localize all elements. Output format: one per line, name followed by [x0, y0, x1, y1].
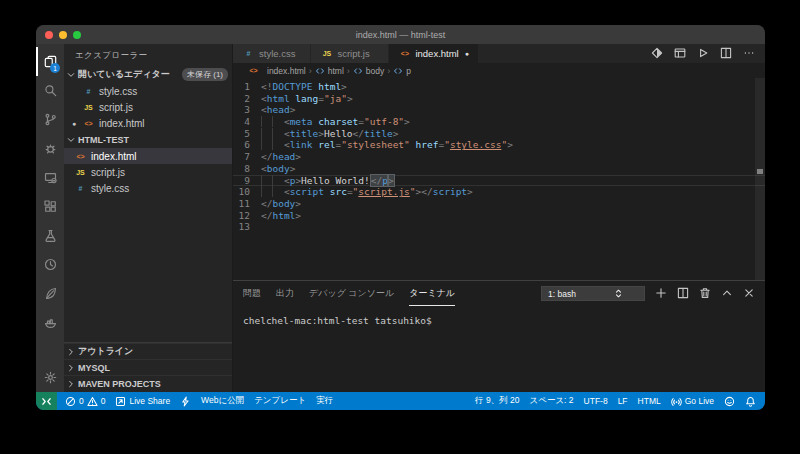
activity-bar: 1	[36, 44, 64, 392]
code-line-12[interactable]: 12</html>	[233, 210, 765, 222]
status-template[interactable]: テンプレート	[249, 392, 311, 410]
status-encoding[interactable]: UTF-8	[579, 392, 613, 410]
tree-item-script.js[interactable]: JSscript.js	[64, 164, 232, 180]
bottom-panel: 問題出力デバッグ コンソールターミナル 1: bash chelchel-mac…	[233, 280, 765, 392]
code-line-5[interactable]: 5 <title>Hello</title>	[233, 128, 765, 140]
panel-tab-ターミナル[interactable]: ターミナル	[409, 281, 455, 306]
panel-tab-出力[interactable]: 出力	[276, 281, 294, 306]
sidebar-section-アウトライン[interactable]: アウトライン	[64, 343, 232, 359]
activity-bar-explorer[interactable]: 1	[36, 47, 64, 76]
code-line-3[interactable]: 3<head>	[233, 104, 765, 116]
code-line-9[interactable]: 9 <p>Hello World!</p>	[233, 175, 765, 187]
sidebar-section-MYSQL[interactable]: MYSQL	[64, 359, 232, 375]
code-line-6[interactable]: 6 <link rel="stylesheet" href="style.css…	[233, 139, 765, 151]
activity-bar-testing[interactable]	[36, 221, 64, 250]
status-notifications[interactable]	[740, 392, 761, 410]
code-line-7[interactable]: 7</head>	[233, 151, 765, 163]
breadcrumb-p[interactable]: p	[393, 66, 411, 76]
open-editor-item[interactable]: ●<>index.html	[64, 115, 232, 131]
chevron-right-icon	[66, 379, 76, 389]
status-run-task[interactable]: 実行	[311, 392, 338, 410]
status-bar: 00Live ShareWebに公開テンプレート実行 行 9、列 20スペース:…	[36, 392, 765, 410]
minimize-window-button[interactable]	[59, 31, 67, 39]
activity-bar-settings[interactable]	[36, 363, 64, 392]
format-button[interactable]	[651, 45, 663, 63]
matching-tag-highlight: </p	[371, 175, 388, 186]
breadcrumb-index.html[interactable]: <>index.html	[247, 66, 306, 76]
line-number: 7	[233, 151, 261, 163]
split-terminal-button[interactable]	[677, 285, 689, 303]
close-panel-button[interactable]	[743, 285, 755, 303]
symbol-tag-icon	[393, 66, 403, 76]
activity-bar-history[interactable]	[36, 250, 64, 279]
bug-icon	[44, 142, 57, 155]
js-file-icon: JS	[320, 50, 333, 57]
status-eol[interactable]: LF	[613, 392, 633, 410]
run-button[interactable]	[697, 45, 709, 63]
activity-bar-live-share[interactable]	[36, 279, 64, 308]
activity-bar-run-debug[interactable]	[36, 134, 64, 163]
sidebar-section-MAVEN PROJECTS[interactable]: MAVEN PROJECTS	[64, 375, 232, 391]
status-go-live[interactable]: Go Live	[666, 392, 719, 410]
tab-script.js[interactable]: JSscript.js	[311, 44, 389, 63]
close-window-button[interactable]	[45, 31, 53, 39]
code-line-8[interactable]: 8<body>	[233, 163, 765, 175]
code-editor[interactable]: 1<!DOCTYPE html>2<html lang="ja">3<head>…	[233, 78, 765, 280]
code-line-1[interactable]: 1<!DOCTYPE html>	[233, 81, 765, 93]
zoom-window-button[interactable]	[73, 31, 81, 39]
workspace-header[interactable]: HTML-TEST	[64, 131, 232, 148]
css-file-icon: #	[74, 185, 87, 192]
status-cursor-position[interactable]: 行 9、列 20	[470, 392, 524, 410]
activity-bar-docker[interactable]	[36, 308, 64, 337]
dirty-indicator[interactable]: ●	[465, 50, 469, 57]
code-line-2[interactable]: 2<html lang="ja">	[233, 93, 765, 105]
whale-icon	[44, 316, 57, 329]
more-actions-button[interactable]	[743, 45, 755, 63]
open-preview-button[interactable]	[674, 45, 686, 63]
status-flash[interactable]	[175, 392, 196, 410]
workbench: 1 エクスプローラー 開いているエディター未保存 (1)#style.cssJS…	[36, 44, 765, 392]
status-indentation[interactable]: スペース: 2	[524, 392, 578, 410]
window-controls	[45, 31, 81, 39]
sidebar-title: エクスプローラー	[64, 44, 232, 66]
js-file-icon: JS	[74, 169, 87, 176]
maximize-panel-button[interactable]	[721, 285, 733, 303]
new-terminal-button[interactable]	[655, 285, 667, 303]
open-editors-header[interactable]: 開いているエディター未保存 (1)	[64, 66, 232, 83]
activity-bar-search[interactable]	[36, 76, 64, 105]
split-editor-button[interactable]	[720, 45, 732, 63]
kill-terminal-button[interactable]	[699, 285, 711, 303]
open-editor-item[interactable]: #style.css	[64, 83, 232, 99]
sidebar: エクスプローラー 開いているエディター未保存 (1)#style.cssJSsc…	[64, 44, 232, 392]
terminal-select[interactable]: 1: bash	[541, 286, 645, 301]
terminal[interactable]: chelchel-mac:html-test tatsuhiko$	[233, 306, 765, 326]
line-number: 9	[233, 175, 261, 187]
breadcrumb-html[interactable]: html	[315, 66, 344, 76]
open-editor-item[interactable]: JSscript.js	[64, 99, 232, 115]
status-language-mode[interactable]: HTML	[633, 392, 666, 410]
panel-header: 問題出力デバッグ コンソールターミナル 1: bash	[233, 281, 765, 306]
activity-bar-extensions[interactable]	[36, 192, 64, 221]
editor-scrollbar[interactable]	[755, 78, 765, 280]
status-problems[interactable]: 00	[60, 392, 110, 410]
code-line-13[interactable]: 13	[233, 221, 765, 233]
status-live-share[interactable]: Live Share	[110, 392, 175, 410]
feather-icon	[44, 287, 57, 300]
code-line-10[interactable]: 10 <script src="script.js"></script>	[233, 186, 765, 198]
status-remote[interactable]	[36, 392, 57, 410]
panel-tab-問題[interactable]: 問題	[243, 281, 261, 306]
status-feedback[interactable]	[719, 392, 740, 410]
activity-bar-remote-explorer[interactable]	[36, 163, 64, 192]
tab-index.html[interactable]: <>index.html●	[389, 44, 479, 63]
tab-style.css[interactable]: #style.css	[233, 44, 311, 63]
css-file-icon: #	[242, 50, 255, 57]
activity-bar-source-control[interactable]	[36, 105, 64, 134]
breadcrumb-body[interactable]: body	[353, 66, 384, 76]
code-line-11[interactable]: 11</body>	[233, 198, 765, 210]
tree-item-style.css[interactable]: #style.css	[64, 180, 232, 196]
panel-tab-デバッグ コンソール[interactable]: デバッグ コンソール	[309, 281, 394, 306]
line-number: 4	[233, 116, 261, 128]
code-line-4[interactable]: 4 <meta charset="utf-8">	[233, 116, 765, 128]
tree-item-index.html[interactable]: <>index.html	[64, 148, 232, 164]
status-publish-web[interactable]: Webに公開	[196, 392, 249, 410]
